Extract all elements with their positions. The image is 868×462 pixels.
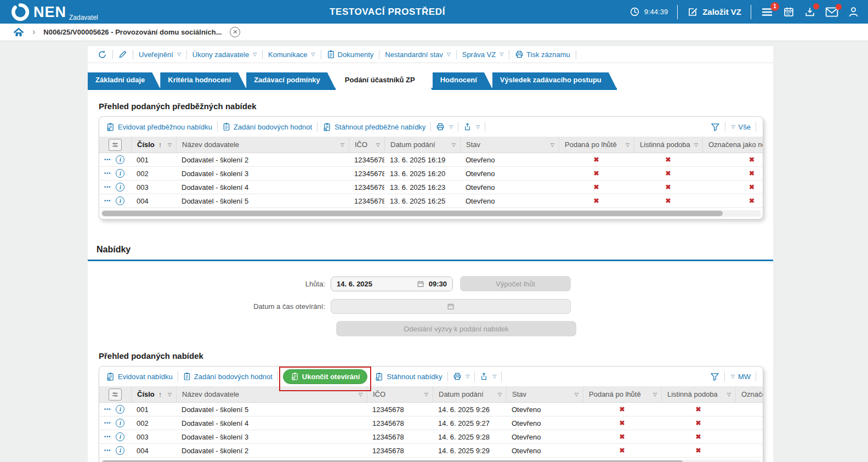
finish-opening-button[interactable]: Ukončit otevírání bbox=[283, 369, 367, 384]
calc-deadlines-button[interactable]: Výpočet lhůt bbox=[460, 276, 571, 291]
row-actions-icon[interactable]: ••• bbox=[104, 157, 111, 162]
menu-communication[interactable]: Komunikace▽ bbox=[268, 50, 315, 59]
tab-hodnoceni[interactable]: Hodnocení bbox=[433, 72, 492, 88]
row-actions-icon[interactable]: ••• bbox=[104, 420, 111, 426]
tab-vysledek[interactable]: Výsledek zadávacího postupu bbox=[492, 72, 616, 88]
register-prelim-offer-button[interactable]: Evidovat předběžnou nabídku bbox=[106, 122, 212, 132]
close-record-icon[interactable]: ✕ bbox=[230, 27, 240, 37]
download-prelim-offers-button[interactable]: Stáhnout předběžné nabídky bbox=[322, 122, 426, 132]
row-actions-icon[interactable]: ••• bbox=[104, 171, 111, 176]
tab-zadavaci-podminky[interactable]: Zadávací podmínky bbox=[246, 72, 335, 88]
column-header-cislo[interactable]: Číslo↑▽ bbox=[131, 386, 176, 402]
column-header-oznacena[interactable]: Označe bbox=[735, 386, 763, 402]
menu-vz-admin[interactable]: Správa VZ▽ bbox=[462, 50, 503, 59]
nen-brand[interactable]: NEN Zadavatel bbox=[11, 3, 98, 21]
column-header-po-lhute[interactable]: Podaná po lhůtě▽ bbox=[583, 386, 661, 402]
column-settings-button[interactable] bbox=[99, 137, 131, 153]
table-row[interactable]: •••i 004 Dodavatel - školení 2 12345678 … bbox=[99, 444, 763, 458]
column-header-listinna[interactable]: Listinná podoba▽ bbox=[634, 137, 702, 153]
create-vz-button[interactable]: Založit VZ bbox=[687, 7, 741, 18]
table-row[interactable]: •••i 003 Dodavatel - školení 3 12345678 … bbox=[99, 430, 763, 444]
calendar-button[interactable] bbox=[783, 6, 795, 18]
table-row[interactable]: •••i 002 Dodavatel - školení 3 12345678 … bbox=[99, 167, 763, 181]
edit-record-button[interactable] bbox=[118, 50, 127, 59]
column-settings-icon[interactable] bbox=[109, 388, 122, 401]
download-offers-button[interactable]: Stáhnout nabídky bbox=[375, 372, 442, 381]
export-button[interactable]: ▽ bbox=[480, 372, 496, 381]
column-header-ico[interactable]: IČO▽ bbox=[367, 386, 433, 402]
dropdown-icon: ▽ bbox=[626, 142, 629, 148]
breadcrumb-item[interactable]: N006/25/V00005626 - Provozování domu soc… bbox=[43, 28, 222, 36]
deadline-date-value[interactable]: 14. 6. 2025 bbox=[337, 280, 412, 288]
filter-button[interactable] bbox=[710, 372, 719, 381]
column-header-datum[interactable]: Datum podání▽ bbox=[384, 137, 460, 153]
table-row[interactable]: •••i 004 Dodavatel - školení 5 12345678 … bbox=[99, 194, 763, 208]
row-actions-icon[interactable]: ••• bbox=[104, 434, 111, 440]
dropdown-icon: ▽ bbox=[452, 142, 456, 148]
column-header-stav[interactable]: Stav▽ bbox=[506, 386, 583, 402]
view-selector[interactable]: ▽ MW bbox=[730, 373, 751, 381]
column-header-dodavatel[interactable]: Název dodavatele▽ bbox=[176, 137, 349, 153]
menu-publish[interactable]: Uveřejnění▽ bbox=[139, 50, 181, 59]
column-header-datum[interactable]: Datum podání▽ bbox=[433, 386, 506, 402]
table-row[interactable]: •••i 001 Dodavatel - školení 2 12345678 … bbox=[99, 153, 763, 167]
column-header-stav[interactable]: Stav▽ bbox=[460, 137, 559, 153]
column-header-ico[interactable]: IČO▽ bbox=[349, 137, 384, 153]
history-button[interactable] bbox=[98, 50, 107, 59]
print-record-button[interactable]: Tisk záznamu bbox=[515, 50, 570, 59]
column-header-cislo[interactable]: Číslo↑▽ bbox=[131, 137, 176, 153]
deadline-label: Lhůta: bbox=[88, 280, 331, 288]
deadline-time-value[interactable]: 09:30 bbox=[429, 280, 447, 288]
deadline-datetime-input[interactable]: 14. 6. 2025 09:30 bbox=[331, 277, 453, 291]
tab-zakladni-udaje[interactable]: Základní údaje bbox=[88, 72, 160, 88]
home-icon[interactable] bbox=[13, 27, 24, 37]
messages-button[interactable] bbox=[825, 7, 838, 18]
menu-contracting-acts[interactable]: Úkony zadavatele▽ bbox=[192, 50, 257, 59]
horizontal-scrollbar[interactable] bbox=[101, 210, 761, 217]
horizontal-scrollbar[interactable] bbox=[101, 460, 761, 462]
column-settings-button[interactable] bbox=[99, 386, 131, 402]
downloads-button[interactable] bbox=[804, 6, 816, 18]
info-icon[interactable]: i bbox=[116, 446, 124, 455]
column-header-listinna[interactable]: Listinná podoba▽ bbox=[661, 386, 735, 402]
divider bbox=[277, 371, 278, 381]
tab-kriteria-hodnoceni[interactable]: Kritéria hodnocení bbox=[160, 72, 246, 88]
info-icon[interactable]: i bbox=[116, 196, 124, 205]
info-icon[interactable]: i bbox=[116, 155, 124, 164]
cross-icon: ✖ bbox=[559, 183, 634, 191]
export-button[interactable]: ▽ bbox=[463, 122, 480, 131]
print-table-button[interactable]: ▽ bbox=[453, 372, 470, 381]
filter-button[interactable] bbox=[711, 122, 720, 132]
row-actions-icon[interactable]: ••• bbox=[104, 407, 111, 412]
row-actions-icon[interactable]: ••• bbox=[104, 448, 111, 453]
column-header-oznacena[interactable]: Označena jako nep bbox=[702, 137, 763, 153]
tab-podani-ucastniku[interactable]: Podání účastníků ZP bbox=[336, 72, 432, 90]
column-header-po-lhute[interactable]: Podaná po lhůtě▽ bbox=[559, 137, 634, 153]
menu-documents[interactable]: Dokumenty bbox=[327, 50, 374, 59]
print-table-button[interactable]: ▽ bbox=[436, 122, 453, 131]
dropdown-icon: ▽ bbox=[424, 392, 428, 397]
register-offer-button[interactable]: Evidovat nabídku bbox=[106, 372, 173, 381]
menu-nonstandard-state[interactable]: Nestandardní stav▽ bbox=[385, 50, 450, 59]
calendar-icon[interactable] bbox=[417, 280, 424, 288]
info-icon[interactable]: i bbox=[116, 405, 124, 414]
info-icon[interactable]: i bbox=[116, 419, 124, 427]
info-icon[interactable]: i bbox=[116, 169, 124, 178]
table-row[interactable]: •••i 003 Dodavatel - školení 4 12345678 … bbox=[99, 181, 763, 194]
enter-points-button[interactable]: Zadání bodových hodnot bbox=[223, 122, 312, 131]
info-icon[interactable]: i bbox=[116, 183, 124, 191]
dropdown-icon: ▽ bbox=[466, 374, 470, 379]
column-settings-icon[interactable] bbox=[109, 139, 122, 151]
view-selector[interactable]: ▽ Vše bbox=[730, 123, 751, 131]
info-icon[interactable]: i bbox=[116, 432, 124, 441]
row-actions-icon[interactable]: ••• bbox=[104, 198, 111, 204]
cross-icon: ✖ bbox=[735, 433, 763, 441]
enter-points-button[interactable]: Zadání bodových hodnot bbox=[183, 372, 273, 381]
row-actions-icon[interactable]: ••• bbox=[104, 184, 111, 190]
column-header-dodavatel[interactable]: Název dodavatele▽ bbox=[176, 386, 367, 402]
table-row[interactable]: •••i 002 Dodavatel - školení 4 12345678 … bbox=[99, 416, 763, 430]
user-profile-button[interactable] bbox=[848, 6, 859, 18]
menu-button[interactable]: 1 bbox=[761, 7, 774, 18]
scrollbar-thumb[interactable] bbox=[102, 211, 723, 216]
table-row[interactable]: •••i 001 Dodavatel - školení 5 12345678 … bbox=[99, 403, 763, 416]
